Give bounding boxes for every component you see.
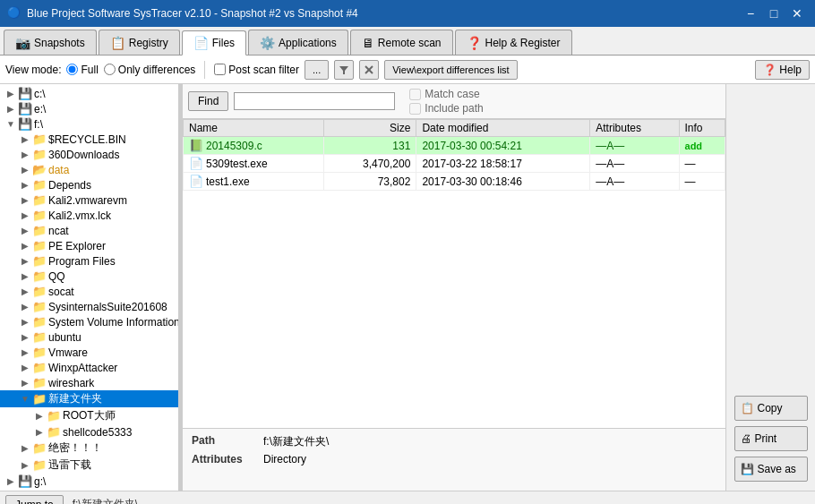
file-panel: Find Match case Include path Name (183, 84, 725, 491)
tab-registry[interactable]: 📋 Registry (99, 30, 180, 55)
tree-expander[interactable]: ▶ (18, 165, 32, 175)
tree-item-label: f:\ (34, 118, 43, 131)
table-row[interactable]: 📄5309test.exe3,470,2002017-03-22 18:58:1… (184, 155, 725, 173)
view-export-button[interactable]: View\export differences list (384, 60, 517, 80)
tab-snapshots[interactable]: 📷 Snapshots (4, 30, 97, 55)
save-as-button[interactable]: 💾 Save as (734, 457, 808, 482)
folder-icon: 📁 (47, 425, 61, 439)
tab-applications-label: Applications (279, 37, 337, 49)
col-info[interactable]: Info (679, 120, 725, 137)
tree-item[interactable]: ▶📁迅雷下载 (0, 457, 178, 474)
tree-expander[interactable]: ▶ (18, 180, 32, 190)
tab-help[interactable]: ❓ Help & Register (455, 30, 572, 55)
file-icon: 📄 (189, 175, 203, 188)
match-case-checkbox[interactable] (409, 89, 421, 100)
folder-icon: 📁 (32, 376, 47, 389)
tree-expander[interactable]: ▼ (18, 394, 32, 404)
tree-item[interactable]: ▼📁新建文件夹 (0, 390, 178, 407)
tree-expander[interactable]: ▶ (18, 378, 32, 388)
tree-expander[interactable]: ▶ (18, 460, 32, 470)
radio-differences[interactable]: Only differences (104, 64, 196, 76)
close-button[interactable]: ✕ (786, 4, 808, 22)
tree-expander[interactable]: ▶ (18, 302, 32, 312)
tree-expander[interactable]: ▶ (18, 347, 32, 357)
tree-item[interactable]: ▶📁Kali2.vmx.lck (0, 208, 178, 223)
tree-item[interactable]: ▶💾c:\ (0, 86, 178, 101)
match-case-option[interactable]: Match case (409, 88, 483, 100)
tree-item[interactable]: ▶📁绝密！！！ (0, 440, 178, 457)
tree-item[interactable]: ▶📁ROOT大师 (0, 407, 178, 424)
tree-expander[interactable]: ▼ (4, 119, 18, 129)
col-name[interactable]: Name (184, 120, 324, 137)
maximize-button[interactable]: □ (763, 4, 785, 22)
radio-full-input[interactable] (66, 64, 78, 75)
include-path-checkbox[interactable] (409, 103, 421, 115)
tree-item[interactable]: ▶📁wireshark (0, 375, 178, 390)
tree-item[interactable]: ▶📁Depends (0, 177, 178, 192)
tab-remote-scan[interactable]: 🖥 Remote scan (350, 30, 453, 55)
tab-applications[interactable]: ⚙️ Applications (248, 30, 348, 55)
tree-item-label: wireshark (48, 377, 94, 389)
radio-differences-input[interactable] (104, 64, 116, 75)
minimize-button[interactable]: − (740, 4, 761, 22)
tree-expander[interactable]: ▶ (4, 104, 18, 114)
tree-item[interactable]: ▼💾f:\ (0, 116, 178, 132)
tree-item-label: g:\ (34, 475, 46, 488)
tree-item[interactable]: ▶📁PE Explorer (0, 238, 178, 253)
col-size[interactable]: Size (323, 120, 416, 137)
help-button[interactable]: ❓ Help (755, 60, 810, 80)
tree-item[interactable]: ▶📁Kali2.vmwarevm (0, 192, 178, 208)
tree-item[interactable]: ▶📁Vmware (0, 345, 178, 360)
tree-expander[interactable]: ▶ (18, 210, 32, 220)
tree-item[interactable]: ▶💾e:\ (0, 101, 178, 116)
tree-expander[interactable]: ▶ (18, 363, 32, 372)
tree-item[interactable]: ▶📂data (0, 162, 178, 177)
radio-full[interactable]: Full (66, 64, 98, 76)
post-scan-filter-checkbox[interactable]: Post scan filter (214, 64, 299, 76)
separator-1 (204, 61, 205, 79)
tree-expander[interactable]: ▶ (18, 271, 32, 281)
tree-expander[interactable]: ▶ (18, 256, 32, 266)
tree-expander[interactable]: ▶ (18, 241, 32, 251)
tree-expander[interactable]: ▶ (18, 149, 32, 159)
tree-item[interactable]: ▶📁ncat (0, 223, 178, 238)
post-scan-filter-input[interactable] (214, 64, 226, 75)
jump-to-button[interactable]: Jump to (5, 495, 64, 505)
tab-files[interactable]: 📄 Files (182, 30, 246, 56)
tree-expander[interactable]: ▶ (32, 427, 47, 437)
tree-item[interactable]: ▶📁QQ (0, 269, 178, 284)
ellipsis-button[interactable]: ... (305, 60, 329, 80)
tree-expander[interactable]: ▶ (18, 195, 32, 205)
copy-button[interactable]: 📋 Copy (734, 396, 808, 421)
tree-expander[interactable]: ▶ (32, 411, 47, 421)
filter-button[interactable] (334, 60, 354, 80)
tree-item[interactable]: ▶📁ubuntu (0, 329, 178, 345)
col-attributes[interactable]: Attributes (590, 120, 679, 137)
tree-item[interactable]: ▶📁System Volume Information (0, 314, 178, 329)
col-date[interactable]: Date modified (416, 120, 590, 137)
tree-expander[interactable]: ▶ (18, 443, 32, 453)
tree-item[interactable]: ▶📁SysinternalsSuite201608 (0, 299, 178, 314)
tree-item[interactable]: ▶💾g:\ (0, 474, 178, 489)
print-button[interactable]: 🖨 Print (734, 426, 808, 451)
tree-item[interactable]: ▶📁shellcode5333 (0, 424, 178, 440)
tree-expander[interactable]: ▶ (18, 134, 32, 144)
tree-expander[interactable]: ▶ (4, 89, 18, 98)
tree-item[interactable]: ▶📁socat (0, 284, 178, 299)
tree-expander[interactable]: ▶ (18, 286, 32, 296)
tree-expander[interactable]: ▶ (18, 226, 32, 235)
print-label: Print (755, 432, 777, 445)
tree-item[interactable]: ▶📁Program Files (0, 253, 178, 269)
tree-item[interactable]: ▶📁WinxpAttacker (0, 360, 178, 375)
include-path-option[interactable]: Include path (409, 102, 483, 115)
table-row[interactable]: 📗20145309.c1312017-03-30 00:54:21—A—add (184, 137, 725, 155)
tree-expander[interactable]: ▶ (18, 332, 32, 342)
tree-expander[interactable]: ▶ (18, 317, 32, 327)
table-row[interactable]: 📄test1.exe73,8022017-03-30 00:18:46—A—— (184, 173, 725, 191)
clear-filter-button[interactable] (359, 60, 379, 80)
find-input[interactable] (234, 92, 395, 110)
tree-item[interactable]: ▶📁360Downloads (0, 147, 178, 162)
tree-item[interactable]: ▶📁$RECYCLE.BIN (0, 132, 178, 147)
find-button[interactable]: Find (188, 91, 228, 111)
tree-expander[interactable]: ▶ (4, 476, 18, 486)
